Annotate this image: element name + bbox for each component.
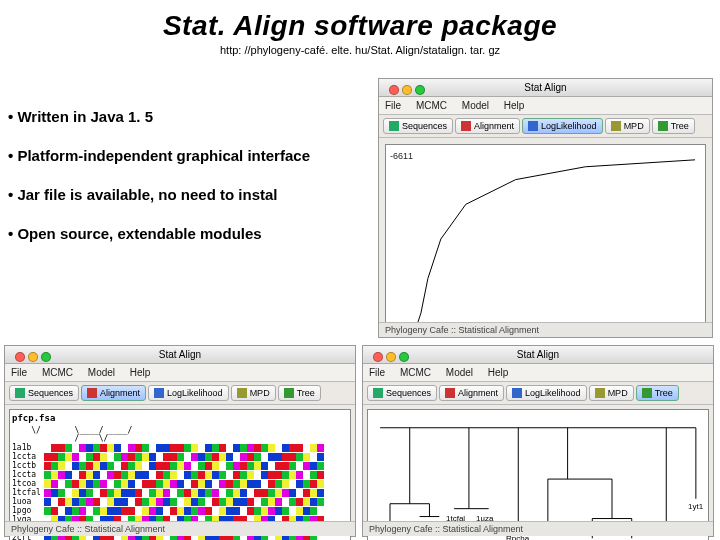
minimize-icon[interactable]	[386, 352, 396, 362]
menu-file[interactable]: File	[385, 100, 401, 111]
alignment-icon	[461, 121, 471, 131]
zoom-icon[interactable]	[41, 352, 51, 362]
tab-tree[interactable]: Tree	[278, 385, 321, 401]
alignment-row: 1tcoa	[12, 479, 348, 488]
menu-mcmc[interactable]: MCMC	[416, 100, 447, 111]
tab-loglikelihood[interactable]: LogLikelihood	[148, 385, 229, 401]
menu-file[interactable]: File	[11, 367, 27, 378]
sequences-icon	[373, 388, 383, 398]
menu-bar[interactable]: File MCMC Model Help	[5, 364, 355, 382]
menu-mcmc[interactable]: MCMC	[400, 367, 431, 378]
sequence-bar	[44, 489, 348, 497]
menu-help[interactable]: Help	[504, 100, 525, 111]
menu-model[interactable]: Model	[446, 367, 473, 378]
svg-rect-12	[445, 388, 455, 398]
menu-bar[interactable]: File MCMC Model Help	[363, 364, 713, 382]
close-icon[interactable]	[15, 352, 25, 362]
menu-model[interactable]: Model	[88, 367, 115, 378]
tab-loglikelihood[interactable]: LogLikelihood	[522, 118, 603, 134]
sequence-bar	[44, 480, 348, 488]
sequence-label: 1uoa	[12, 497, 44, 506]
zoom-icon[interactable]	[399, 352, 409, 362]
loglikelihood-chart: -6611 7000	[385, 144, 706, 334]
alignment-row: 1cctb	[12, 461, 348, 470]
sequences-icon	[15, 388, 25, 398]
menu-bar[interactable]: File MCMC Model Help	[379, 97, 712, 115]
menu-file[interactable]: File	[369, 367, 385, 378]
chart-svg	[386, 145, 705, 333]
tab-bar: Sequences Alignment LogLikelihood MPD Tr…	[363, 382, 713, 405]
svg-rect-0	[389, 121, 399, 131]
bullet-item: • Open source, extendable modules	[8, 225, 310, 242]
mpd-icon	[237, 388, 247, 398]
svg-rect-14	[595, 388, 605, 398]
tab-alignment[interactable]: Alignment	[455, 118, 520, 134]
tab-mpd[interactable]: MPD	[589, 385, 634, 401]
svg-rect-9	[237, 388, 247, 398]
svg-rect-7	[87, 388, 97, 398]
tab-sequences[interactable]: Sequences	[9, 385, 79, 401]
zoom-icon[interactable]	[415, 85, 425, 95]
tab-loglikelihood[interactable]: LogLikelihood	[506, 385, 587, 401]
alignment-row: 1tcfal	[12, 488, 348, 497]
window-titlebar[interactable]: Stat Align	[379, 79, 712, 97]
tree-leaf: 1yt1	[688, 502, 703, 511]
minimize-icon[interactable]	[28, 352, 38, 362]
bullet-item: • Written in Java 1. 5	[8, 108, 310, 125]
tab-bar: Sequences Alignment LogLikelihood MPD Tr…	[379, 115, 712, 138]
alignment-row: 1ccta	[12, 470, 348, 479]
svg-rect-6	[15, 388, 25, 398]
svg-rect-3	[611, 121, 621, 131]
alignment-row: 1ccta	[12, 452, 348, 461]
tab-tree[interactable]: Tree	[636, 385, 679, 401]
bullet-item: • Platform-independent graphical interfa…	[8, 147, 310, 164]
sequence-bar	[44, 462, 348, 470]
close-icon[interactable]	[373, 352, 383, 362]
tab-mpd[interactable]: MPD	[605, 118, 650, 134]
bullet-list: • Written in Java 1. 5 • Platform-indepe…	[8, 108, 310, 264]
filename-label: pfcp.fsa	[12, 414, 348, 423]
window-titlebar[interactable]: Stat Align	[5, 346, 355, 364]
tab-sequences[interactable]: Sequences	[383, 118, 453, 134]
menu-mcmc[interactable]: MCMC	[42, 367, 73, 378]
alignment-icon	[445, 388, 455, 398]
tab-tree[interactable]: Tree	[652, 118, 695, 134]
sequence-label: 1pgo	[12, 506, 44, 515]
window-alignment: Stat Align File MCMC Model Help Sequence…	[4, 345, 356, 537]
y-tick-label: -6611	[390, 151, 413, 161]
menu-model[interactable]: Model	[462, 100, 489, 111]
menu-help[interactable]: Help	[488, 367, 509, 378]
sequence-label: 1cctb	[12, 461, 44, 470]
bullet-item: • Jar file is available, no need to inst…	[8, 186, 310, 203]
window-loglikelihood: Stat Align File MCMC Model Help Sequence…	[378, 78, 713, 338]
window-title: Stat Align	[159, 349, 201, 360]
tab-bar: Sequences Alignment LogLikelihood MPD Tr…	[5, 382, 355, 405]
window-titlebar[interactable]: Stat Align	[363, 346, 713, 364]
tree-icon	[284, 388, 294, 398]
tab-sequences[interactable]: Sequences	[367, 385, 437, 401]
window-tree: Stat Align File MCMC Model Help Sequence…	[362, 345, 714, 537]
svg-rect-15	[642, 388, 652, 398]
tab-alignment[interactable]: Alignment	[81, 385, 146, 401]
minimize-icon[interactable]	[402, 85, 412, 95]
sequence-bar	[44, 498, 348, 506]
chart-icon	[154, 388, 164, 398]
tree-icon	[658, 121, 668, 131]
mpd-icon	[611, 121, 621, 131]
sequence-label: 1tcoa	[12, 479, 44, 488]
sequence-label: 1ccta	[12, 452, 44, 461]
sequence-bar	[44, 444, 348, 452]
svg-rect-10	[284, 388, 294, 398]
tab-mpd[interactable]: MPD	[231, 385, 276, 401]
close-icon[interactable]	[389, 85, 399, 95]
menu-help[interactable]: Help	[130, 367, 151, 378]
tab-alignment[interactable]: Alignment	[439, 385, 504, 401]
alignment-row: 1pgo	[12, 506, 348, 515]
alignment-row: 1a1b	[12, 443, 348, 452]
svg-rect-2	[528, 121, 538, 131]
svg-rect-8	[154, 388, 164, 398]
sequence-bar	[44, 471, 348, 479]
slide-title: Stat. Align software package	[0, 0, 720, 42]
sequence-label: 1a1b	[12, 443, 44, 452]
svg-rect-1	[461, 121, 471, 131]
